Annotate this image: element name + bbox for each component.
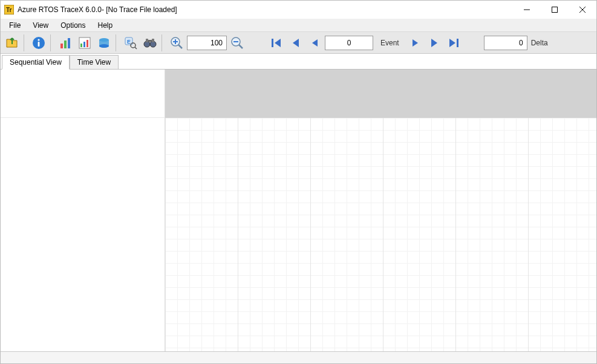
- svg-line-33: [239, 45, 243, 48]
- svg-point-17: [99, 44, 109, 48]
- delta-input[interactable]: [484, 36, 527, 50]
- nav-last-button[interactable]: [445, 34, 463, 52]
- timeline-pane: [165, 70, 596, 351]
- svg-line-21: [135, 47, 137, 49]
- svg-rect-26: [148, 40, 152, 42]
- next-icon: [410, 37, 421, 48]
- zoom-out-button[interactable]: [228, 34, 246, 52]
- svg-text:Tr: Tr: [6, 7, 12, 13]
- svg-rect-9: [60, 44, 63, 48]
- svg-rect-14: [83, 42, 85, 47]
- statusbar: [1, 351, 596, 363]
- maximize-icon: [552, 7, 558, 13]
- tab-time-view[interactable]: Time View: [70, 55, 119, 70]
- svg-rect-10: [64, 41, 67, 48]
- svg-rect-41: [457, 39, 458, 47]
- content-area: [1, 70, 596, 351]
- sheet-chart-icon: [78, 36, 91, 50]
- event-input[interactable]: [325, 36, 373, 50]
- open-file-button[interactable]: [3, 34, 21, 52]
- nav-first-button[interactable]: [267, 34, 285, 52]
- thread-list-header-row: [1, 70, 165, 118]
- svg-text:E: E: [127, 39, 131, 45]
- menu-options[interactable]: Options: [54, 20, 91, 31]
- event-label: Event: [374, 39, 405, 47]
- minimize-icon: [524, 7, 530, 13]
- nav-next-button[interactable]: [406, 34, 425, 52]
- zoom-in-button[interactable]: [168, 34, 186, 52]
- prev-icon: [309, 37, 320, 48]
- svg-marker-37: [312, 39, 318, 47]
- maximize-button[interactable]: [541, 1, 569, 19]
- titlebar: Tr Azure RTOS TraceX 6.0.0- [No Trace Fi…: [1, 1, 596, 19]
- app-icon: Tr: [4, 5, 14, 15]
- svg-rect-13: [80, 44, 82, 47]
- minimize-button[interactable]: [513, 1, 541, 19]
- app-window: Tr Azure RTOS TraceX 6.0.0- [No Trace Fi…: [0, 0, 597, 364]
- svg-line-30: [178, 45, 182, 48]
- open-folder-icon: [5, 36, 19, 50]
- menu-help[interactable]: Help: [92, 20, 119, 31]
- svg-point-20: [131, 43, 135, 48]
- grid-background: [165, 118, 596, 351]
- svg-marker-38: [413, 39, 418, 47]
- svg-rect-15: [86, 40, 88, 47]
- zoom-input[interactable]: [187, 36, 227, 50]
- binoculars-icon: [143, 36, 157, 50]
- delta-label: Delta: [529, 39, 550, 47]
- zoom-out-icon: [230, 36, 244, 50]
- info-icon: [32, 36, 45, 50]
- sheet-stats-button[interactable]: [76, 34, 94, 52]
- menubar: File View Options Help: [1, 19, 596, 32]
- info-button[interactable]: [30, 34, 48, 52]
- next-page-icon: [429, 37, 441, 49]
- svg-rect-8: [38, 42, 40, 47]
- timeline-header: [165, 70, 596, 118]
- svg-marker-35: [275, 39, 281, 47]
- nav-next-page-button[interactable]: [426, 34, 444, 52]
- svg-point-7: [38, 39, 39, 41]
- close-button[interactable]: [569, 1, 596, 19]
- stack-button[interactable]: [95, 34, 113, 52]
- menu-view[interactable]: View: [27, 20, 54, 31]
- menu-file[interactable]: File: [3, 20, 27, 31]
- svg-rect-25: [152, 39, 154, 42]
- svg-rect-11: [68, 38, 70, 48]
- svg-rect-34: [272, 39, 273, 47]
- timeline-grid[interactable]: [165, 118, 596, 351]
- svg-rect-24: [146, 39, 148, 42]
- find-button[interactable]: [141, 34, 159, 52]
- close-icon: [579, 7, 586, 13]
- stack-db-icon: [97, 36, 111, 50]
- svg-marker-39: [431, 39, 437, 47]
- nav-prev-button[interactable]: [305, 34, 324, 52]
- bar-stats-button[interactable]: [56, 34, 74, 52]
- tabstrip: Sequential View Time View: [1, 54, 596, 70]
- svg-marker-36: [293, 39, 299, 47]
- svg-rect-3: [552, 7, 558, 13]
- thread-list-pane: [1, 70, 165, 351]
- svg-marker-40: [449, 39, 455, 47]
- first-icon: [270, 37, 282, 49]
- last-icon: [448, 37, 460, 49]
- zoom-in-icon: [170, 36, 183, 50]
- window-title: Azure RTOS TraceX 6.0.0- [No Trace File …: [18, 5, 177, 14]
- event-magnifier-icon: E: [124, 36, 137, 50]
- event-search-button[interactable]: E: [122, 34, 140, 52]
- prev-page-icon: [289, 37, 301, 49]
- tab-sequential-view[interactable]: Sequential View: [2, 55, 70, 70]
- toolbar: E: [1, 32, 596, 54]
- bar-chart-icon: [59, 36, 72, 50]
- nav-prev-page-button[interactable]: [286, 34, 304, 52]
